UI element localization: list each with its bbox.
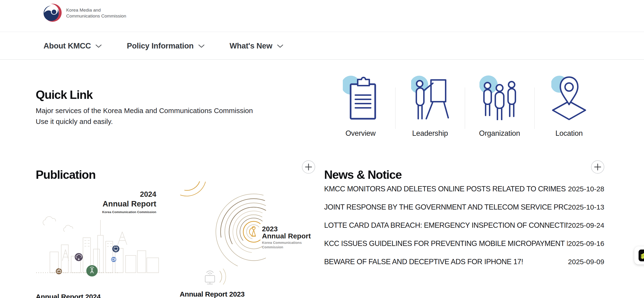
cover-title-2023: Annual Report: [262, 232, 311, 240]
plus-icon: [594, 164, 601, 170]
extension-tile: [638, 250, 644, 261]
news-item-title: LOTTE CARD DATA BREACH: EMERGENCY INSPEC…: [324, 221, 568, 230]
publication-more-button[interactable]: [302, 160, 315, 174]
news-notice-title: News & Notice: [324, 168, 402, 182]
news-item-date: 2025-09-24: [568, 221, 604, 230]
quick-link-description-line1: Major services of the Korea Media and Co…: [36, 107, 253, 114]
news-row[interactable]: BEWARE OF FALSE AND DECEPTIVE ADS FOR IP…: [324, 252, 604, 271]
quick-link-label: Overview: [346, 129, 376, 138]
news-item-title: KMCC MONITORS AND DELETES ONLINE POSTS R…: [324, 185, 568, 193]
cover-subtitle-2024: Korea Communication Commission: [102, 210, 156, 214]
plus-icon: [305, 164, 312, 170]
news-item-date: 2025-10-28: [568, 185, 604, 193]
quick-link-label: Location: [555, 129, 583, 138]
cover-year-2024: 2024: [140, 190, 156, 198]
nav-list: About KMCC Policy Information What's New: [0, 32, 644, 59]
quick-link-items: Overview Leadership: [326, 75, 604, 138]
chevron-down-icon: [95, 44, 102, 48]
cover-title-2024: Annual Report: [102, 200, 156, 208]
publication-caption-2024[interactable]: Annual Report 2024: [36, 293, 101, 298]
news-item-date: 2025-09-16: [568, 240, 604, 248]
logo-text: Korea Media and Communications Commissio…: [66, 7, 126, 19]
cover-subtitle-line1-2023: Korea Communications: [262, 240, 302, 244]
news-item-title: KCC ISSUES GUIDELINES FOR PREVENTING MOB…: [324, 239, 568, 248]
news-row[interactable]: KCC ISSUES GUIDELINES FOR PREVENTING MOB…: [324, 234, 604, 252]
nav-label: About KMCC: [44, 42, 91, 50]
site-header: Korea Media and Communications Commissio…: [0, 0, 644, 32]
kmcc-home-page: Korea Media and Communications Commissio…: [0, 0, 644, 298]
cover-year-2023: 2023: [262, 225, 278, 233]
quick-link-organization[interactable]: Organization: [465, 75, 534, 138]
floating-extension-button[interactable]: [634, 246, 644, 264]
quick-link-title: Quick Link: [36, 88, 93, 102]
publication-cover-2024[interactable]: 2024 Annual Report Korea Communication C…: [36, 181, 164, 287]
nav-label: What's New: [230, 42, 272, 50]
news-row[interactable]: JOINT RESPONSE BY THE GOVERNMENT AND TEL…: [324, 198, 604, 216]
korea-gov-emblem-icon: [42, 3, 63, 23]
news-item-title: BEWARE OF FALSE AND DECEPTIVE ADS FOR IP…: [324, 258, 523, 266]
quick-link-leadership[interactable]: Leadership: [395, 75, 465, 138]
news-item-date: 2025-10-13: [568, 203, 604, 211]
cover-subtitle-line2-2023: Commission: [262, 245, 283, 249]
quick-link-label: Leadership: [412, 129, 448, 138]
news-item-title: JOINT RESPONSE BY THE GOVERNMENT AND TEL…: [324, 203, 568, 212]
presenter-icon: [411, 75, 449, 120]
stack-icon: [640, 252, 644, 260]
chevron-down-icon: [198, 44, 205, 48]
quick-link-description-line2: Use it quickly and easily.: [36, 118, 113, 125]
quick-link-description: Major services of the Korea Media and Co…: [36, 105, 253, 127]
chevron-down-icon: [276, 44, 284, 48]
news-row[interactable]: KMCC MONITORS AND DELETES ONLINE POSTS R…: [324, 180, 604, 198]
clipboard-icon: [343, 75, 378, 120]
publication-title: Publication: [36, 168, 96, 182]
quick-link-location[interactable]: Location: [534, 75, 604, 138]
nav-item-whats-new[interactable]: What's New: [230, 42, 284, 50]
nav-label: Policy Information: [127, 42, 194, 50]
main-nav: About KMCC Policy Information What's New: [0, 32, 644, 60]
people-icon: [480, 75, 520, 120]
nav-item-about-kmcc[interactable]: About KMCC: [44, 42, 102, 50]
news-list: KMCC MONITORS AND DELETES ONLINE POSTS R…: [324, 180, 604, 271]
nav-item-policy-information[interactable]: Policy Information: [127, 42, 205, 50]
logo-line1: Korea Media and: [66, 7, 126, 13]
quick-link-overview[interactable]: Overview: [326, 75, 395, 138]
publication-caption-2023[interactable]: Annual Report 2023: [180, 290, 245, 298]
news-item-date: 2025-09-09: [568, 258, 604, 266]
news-row[interactable]: LOTTE CARD DATA BREACH: EMERGENCY INSPEC…: [324, 216, 604, 234]
quick-link-label: Organization: [479, 129, 520, 138]
news-notice-more-button[interactable]: [591, 160, 604, 174]
site-logo[interactable]: Korea Media and Communications Commissio…: [42, 3, 126, 23]
logo-line2: Communications Commission: [66, 13, 126, 19]
map-pin-icon: [551, 75, 587, 120]
publication-cover-2023[interactable]: 2023 Annual Report Korea Communications …: [180, 181, 312, 287]
